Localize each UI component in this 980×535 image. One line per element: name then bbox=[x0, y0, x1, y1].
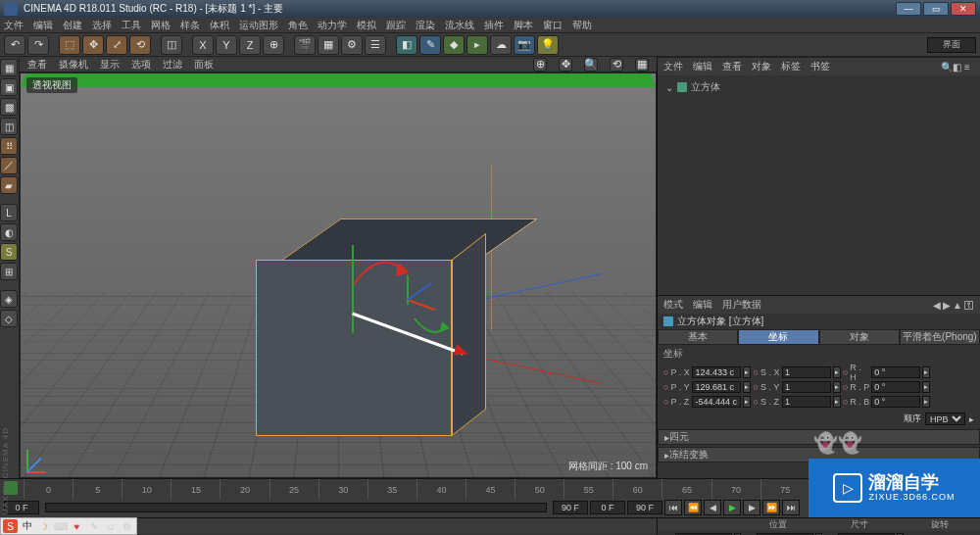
menu-file[interactable]: 文件 bbox=[4, 19, 24, 32]
vp-zoom-icon[interactable]: 🔍 bbox=[584, 58, 598, 72]
attr-menu-mode[interactable]: 模式 bbox=[663, 298, 683, 312]
rotate-tool[interactable]: ⟲ bbox=[129, 35, 151, 55]
scale-z-input[interactable] bbox=[782, 396, 831, 408]
environment-button[interactable]: ☁ bbox=[490, 35, 512, 55]
minimize-button[interactable]: — bbox=[896, 2, 921, 16]
ime-lang-button[interactable]: 中 bbox=[20, 519, 34, 533]
menu-edit[interactable]: 编辑 bbox=[33, 19, 53, 32]
rot-h-input[interactable] bbox=[871, 366, 920, 378]
polygon-mode-button[interactable]: ▰ bbox=[0, 176, 18, 194]
menu-select[interactable]: 选择 bbox=[92, 19, 112, 32]
workplane-snap-button[interactable]: ⊞ bbox=[0, 263, 18, 280]
vp-rotate-icon[interactable]: ⟲ bbox=[610, 58, 623, 72]
menu-tracker[interactable]: 跟踪 bbox=[386, 19, 406, 32]
goto-start-button[interactable]: ⏮ bbox=[664, 500, 682, 515]
vp-menu-display[interactable]: 显示 bbox=[100, 58, 120, 72]
rotation-handle-icon[interactable] bbox=[349, 245, 427, 294]
menu-volume[interactable]: 体积 bbox=[210, 19, 229, 32]
om-flat-icon[interactable]: ≡ bbox=[964, 62, 974, 72]
om-menu-objects[interactable]: 对象 bbox=[752, 60, 771, 73]
om-menu-tags[interactable]: 标签 bbox=[781, 60, 801, 73]
spline-pen-button[interactable]: ✎ bbox=[419, 35, 441, 55]
attr-tab-phong[interactable]: 平滑着色(Phong) bbox=[900, 329, 980, 345]
attr-back-icon[interactable]: ◀ bbox=[933, 300, 941, 311]
next-key-button[interactable]: ⏩ bbox=[762, 500, 780, 515]
deformer-button[interactable]: ▸ bbox=[466, 35, 488, 55]
locked-workplane-button[interactable]: ◇ bbox=[0, 310, 18, 327]
tl-cur-field[interactable] bbox=[590, 501, 625, 514]
ime-skin-icon[interactable]: ☺ bbox=[103, 519, 118, 533]
generator-button[interactable]: ◆ bbox=[443, 35, 465, 55]
prev-key-button[interactable]: ⏪ bbox=[684, 500, 702, 515]
menu-dynamics[interactable]: 动力学 bbox=[318, 19, 347, 32]
x-axis-lock[interactable]: X bbox=[192, 35, 214, 55]
axis-button[interactable]: L bbox=[0, 204, 18, 221]
render-settings-button[interactable]: ⚙ bbox=[341, 35, 363, 55]
workplane-button[interactable]: ◫ bbox=[0, 118, 18, 135]
vp-menu-view[interactable]: 查看 bbox=[27, 58, 47, 72]
close-button[interactable]: ✕ bbox=[951, 2, 976, 16]
ime-keyboard-icon[interactable]: ⌨ bbox=[53, 519, 68, 533]
object-cube-item[interactable]: ⌄ 立方体 bbox=[665, 79, 972, 95]
attr-fwd-icon[interactable]: ▶ bbox=[943, 300, 951, 311]
scale-x-input[interactable] bbox=[782, 366, 831, 378]
menu-mesh[interactable]: 网格 bbox=[151, 19, 171, 32]
render-view-button[interactable]: 🎬 bbox=[294, 35, 316, 55]
vp-menu-panel[interactable]: 面板 bbox=[194, 58, 214, 72]
pos-x-input[interactable] bbox=[692, 366, 741, 378]
perspective-viewport[interactable]: 透视视图 /*placeholder*/ bbox=[20, 73, 657, 478]
z-axis-lock[interactable]: Z bbox=[239, 35, 261, 55]
om-menu-bookmarks[interactable]: 书签 bbox=[810, 60, 830, 73]
y-axis-lock[interactable]: Y bbox=[216, 35, 237, 55]
vp-nav-icon[interactable]: ⊕ bbox=[533, 58, 547, 72]
menu-mograph[interactable]: 运动图形 bbox=[239, 19, 278, 32]
prev-frame-button[interactable]: ◀ bbox=[704, 500, 721, 515]
point-mode-button[interactable]: ⠿ bbox=[0, 137, 18, 155]
vp-move-icon[interactable]: ✥ bbox=[559, 58, 572, 72]
play-button[interactable]: ▶ bbox=[723, 500, 741, 515]
goto-end-button[interactable]: ⏭ bbox=[782, 500, 800, 515]
rot-p-input[interactable] bbox=[871, 381, 920, 393]
om-menu-edit[interactable]: 编辑 bbox=[693, 60, 712, 73]
om-menu-view[interactable]: 查看 bbox=[722, 60, 742, 73]
next-frame-button[interactable]: ▶ bbox=[743, 500, 760, 515]
pos-y-input[interactable] bbox=[692, 381, 741, 393]
gizmo-y-arrow[interactable] bbox=[21, 73, 656, 87]
primitive-cube-button[interactable]: ◧ bbox=[396, 35, 417, 55]
maximize-button[interactable]: ▭ bbox=[923, 2, 949, 16]
attr-tab-basic[interactable]: 基本 bbox=[658, 329, 738, 345]
layout-selector[interactable]: 界面 bbox=[927, 37, 976, 53]
rotation-order-select[interactable]: HPB bbox=[925, 413, 965, 425]
vp-menu-cameras[interactable]: 摄像机 bbox=[59, 58, 88, 72]
tl-end-field[interactable] bbox=[553, 501, 588, 514]
ime-sogou-icon[interactable]: S bbox=[3, 519, 18, 533]
vp-layout-icon[interactable]: ▦ bbox=[635, 58, 649, 72]
menu-character[interactable]: 角色 bbox=[288, 19, 308, 32]
soft-select-button[interactable]: ◐ bbox=[0, 223, 18, 241]
menu-pipeline[interactable]: 流水线 bbox=[445, 19, 474, 32]
menu-spline[interactable]: 样条 bbox=[180, 19, 200, 32]
coord-system[interactable]: ⊕ bbox=[263, 35, 284, 55]
redo-button[interactable]: ↷ bbox=[27, 35, 49, 55]
menu-render[interactable]: 渲染 bbox=[416, 19, 435, 32]
scale-tool[interactable]: ⤢ bbox=[106, 35, 127, 55]
attr-tab-coord[interactable]: 坐标 bbox=[738, 329, 818, 345]
tl-end2-field[interactable] bbox=[627, 501, 662, 514]
attr-up-icon[interactable]: ▲ bbox=[953, 300, 962, 311]
menu-window[interactable]: 窗口 bbox=[543, 19, 563, 32]
menu-plugins[interactable]: 插件 bbox=[484, 19, 504, 32]
menu-create[interactable]: 创建 bbox=[63, 19, 82, 32]
snap-button[interactable]: S bbox=[0, 243, 18, 261]
pos-z-input[interactable] bbox=[692, 396, 741, 408]
scale-y-input[interactable] bbox=[782, 381, 831, 393]
attr-lock-icon[interactable]: ⚿ bbox=[964, 300, 974, 311]
attr-menu-edit[interactable]: 编辑 bbox=[693, 298, 712, 312]
undo-button[interactable]: ↶ bbox=[4, 35, 25, 55]
render-queue-button[interactable]: ☰ bbox=[365, 35, 386, 55]
render-region-button[interactable]: ▦ bbox=[318, 35, 339, 55]
camera-button[interactable]: 📷 bbox=[514, 35, 535, 55]
make-editable-button[interactable]: ▦ bbox=[0, 59, 18, 76]
select-tool[interactable]: ⬚ bbox=[59, 35, 80, 55]
ime-moon-icon[interactable]: ☽ bbox=[36, 519, 51, 533]
menu-help[interactable]: 帮助 bbox=[572, 19, 592, 32]
